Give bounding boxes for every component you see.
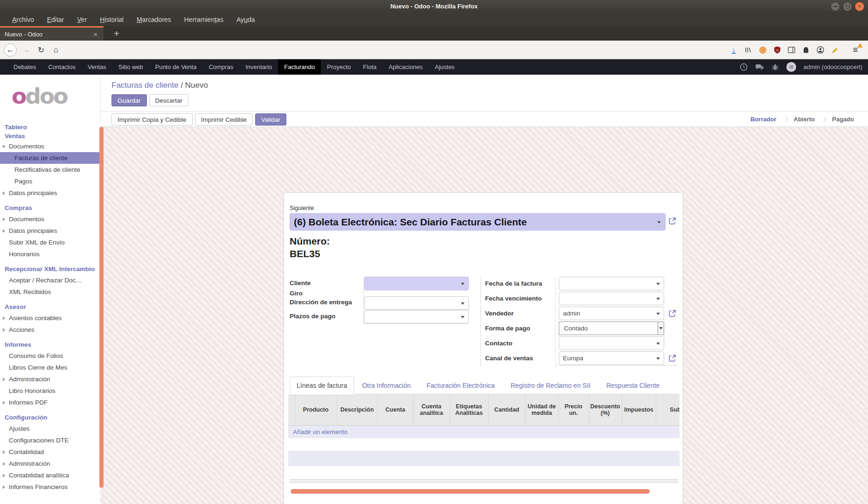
menu-ver[interactable]: Ver (70, 16, 93, 23)
journal-select-input[interactable]: (6) Boleta Electrónica: Sec Diario Factu… (290, 213, 666, 231)
horizontal-scrollbar-track[interactable] (290, 479, 678, 483)
maximize-button[interactable] (843, 2, 852, 11)
field-forma-de-pago-select[interactable]: Contado (559, 322, 664, 335)
tab-lineas-de-factura[interactable]: Líneas de factura (290, 377, 354, 394)
nav-item-inventario[interactable]: Inventario (239, 59, 278, 75)
sidebar-section-compras[interactable]: Compras (0, 203, 100, 213)
menu-ayuda[interactable]: Ayuda (230, 16, 261, 23)
field-direccion-de-entrega-input[interactable] (364, 296, 469, 310)
sidebar-item-documentos[interactable]: Documentos (0, 140, 100, 152)
activities-clock-icon[interactable] (740, 63, 748, 71)
menu-historial[interactable]: Historial (93, 16, 130, 23)
field-canal-de-ventas-external-link-icon[interactable] (668, 354, 676, 362)
nav-item-aplicaciones[interactable]: Aplicaciones (382, 59, 429, 75)
sidebar-item-subir-xml-de-envio[interactable]: Subir XML de Envío (0, 237, 100, 248)
status-state-pagado[interactable]: Pagado (832, 116, 854, 123)
sidebar-item-libros-cierre-de-mes[interactable]: Libros Cierre de Mes (0, 362, 100, 373)
nav-item-punto-de-venta[interactable]: Punto de Venta (149, 59, 202, 75)
sidebar-item-datos-principales[interactable]: Datos principales (0, 187, 100, 199)
field-contacto-input[interactable] (559, 336, 664, 350)
nav-item-compras[interactable]: Compras (202, 59, 239, 75)
field-fecha-de-la-factura-input[interactable] (559, 277, 664, 290)
minimize-button[interactable] (831, 2, 840, 11)
chevron-right-icon[interactable] (3, 378, 5, 381)
sidebar-section-asesor[interactable]: Asesor (0, 302, 100, 312)
ublock-extension-icon[interactable] (772, 44, 782, 56)
sidebar-toggle-icon[interactable] (786, 44, 797, 56)
horizontal-scrollbar-thumb[interactable] (291, 489, 650, 494)
sidebar-item-facturas-de-cliente[interactable]: Facturas de cliente (0, 152, 100, 164)
menu-editar[interactable]: Editar (41, 16, 71, 23)
field-canal-de-ventas-input[interactable]: Europa (559, 351, 664, 365)
sidebar-section-configuracion[interactable]: Configuración (0, 413, 100, 423)
sidebar-item-asientos-contables[interactable]: Asientos contables (0, 312, 100, 324)
breadcrumb-parent-link[interactable]: Facturas de cliente (111, 81, 179, 90)
sidebar-item-honorarios[interactable]: Honorarios (0, 248, 100, 260)
field-vendedor-input[interactable]: admin (559, 307, 664, 320)
chevron-down-icon[interactable] (2, 146, 6, 148)
nav-item-flota[interactable]: Flota (357, 59, 382, 75)
sidebar-item-consumo-de-folios[interactable]: Consumo de Folios (0, 350, 100, 362)
add-line-link[interactable]: Añadir un elemento (293, 428, 347, 435)
sidebar-item-informes-pdf[interactable]: Informes PDF (0, 397, 100, 408)
sidebar-item-datos-principales[interactable]: Datos principales (0, 225, 100, 237)
nav-item-ajustes[interactable]: Ajustes (429, 59, 461, 75)
nav-item-debates[interactable]: Debates (7, 59, 42, 75)
sidebar-section-recepcionar-xml-intercambio[interactable]: Recepcionar XML Intercambio (0, 264, 100, 274)
downloads-icon[interactable]: ↓ (729, 44, 739, 56)
sidebar-item-documentos[interactable]: Documentos (0, 213, 100, 225)
chevron-right-icon[interactable] (3, 474, 5, 477)
sidebar-item-acciones[interactable]: Acciones (0, 324, 100, 336)
chevron-right-icon[interactable] (3, 229, 5, 233)
menu-marcadores[interactable]: Marcadores (130, 16, 178, 23)
validate-button[interactable]: Validar (255, 113, 286, 126)
sidebar-item-administracion[interactable]: Administración (0, 373, 100, 385)
print-cedible-button[interactable]: Imprimir Cedible (195, 113, 253, 126)
chevron-right-icon[interactable] (3, 462, 5, 466)
user-avatar[interactable] (786, 62, 796, 72)
sidebar-item-xml-recibidos[interactable]: XML Recibidos (0, 286, 100, 298)
nav-item-proyecto[interactable]: Proyecto (321, 59, 357, 75)
save-button[interactable]: Guardar (111, 94, 147, 106)
forward-button[interactable]: → (20, 43, 33, 56)
close-button[interactable]: × (855, 2, 864, 11)
chevron-right-icon[interactable] (3, 328, 5, 332)
chevron-right-icon[interactable] (3, 217, 5, 221)
sidebar-section-ventas[interactable]: Ventas (0, 132, 100, 140)
account-icon[interactable] (815, 44, 826, 56)
nav-item-sitio-web[interactable]: Sitio web (112, 59, 149, 75)
field-vendedor-external-link-icon[interactable] (668, 309, 676, 317)
tab-otra-informacion[interactable]: Otra Información (354, 377, 418, 394)
tab-registro-de-reclamo-en-sii[interactable]: Registro de Reclamo en SII (503, 377, 598, 394)
back-button[interactable]: ← (4, 43, 17, 56)
sidebar-item-pagos[interactable]: Pagos (0, 175, 100, 187)
sidebar-section-tablero[interactable]: Tablero (0, 123, 100, 132)
nav-item-ventas[interactable]: Ventas (82, 59, 112, 75)
chevron-right-icon[interactable] (3, 485, 5, 489)
user-name[interactable]: admin (odoocoopcert) (804, 63, 862, 70)
new-tab-button[interactable]: + (110, 27, 123, 40)
chevron-right-icon[interactable] (3, 191, 5, 195)
ghostery-extension-icon[interactable] (801, 44, 811, 56)
menu-archivo[interactable]: Archivo (6, 16, 41, 23)
reload-button[interactable]: ↻ (35, 43, 48, 56)
print-copy-cedible-button[interactable]: Imprimir Copia y Cedible (111, 113, 193, 126)
debug-bug-icon[interactable] (771, 63, 779, 71)
vertical-scrollbar[interactable] (99, 127, 104, 488)
discard-button[interactable]: Descartar (149, 94, 189, 106)
sidebar-item-administracion[interactable]: Administración (0, 458, 100, 469)
nav-item-contactos[interactable]: Contactos (42, 59, 82, 75)
sidebar-item-aceptar-rechazar-doc[interactable]: Aceptar / Rechazar Doc… (0, 274, 100, 286)
tab-respuesta-cliente[interactable]: Respuesta Cliente (598, 377, 667, 394)
field-plazos-de-pago-input[interactable] (364, 310, 469, 323)
colorzilla-extension-icon[interactable] (757, 44, 768, 56)
sidebar-item-contabilidad[interactable]: Contabilidad (0, 446, 100, 458)
browser-tab[interactable]: Nuevo - Odoo × (0, 26, 104, 41)
field-fecha-vencimiento-input[interactable] (559, 292, 664, 305)
messages-icon[interactable] (755, 63, 764, 71)
chevron-right-icon[interactable] (3, 450, 5, 454)
sidebar-item-contabilidad-analitica[interactable]: Contabilidad analítica (0, 469, 100, 481)
menu-hamburger-icon[interactable]: ≡ (849, 43, 861, 56)
notes-extension-icon[interactable] (830, 44, 840, 56)
sidebar-item-informes-financieros[interactable]: Informes Financieros (0, 481, 100, 493)
